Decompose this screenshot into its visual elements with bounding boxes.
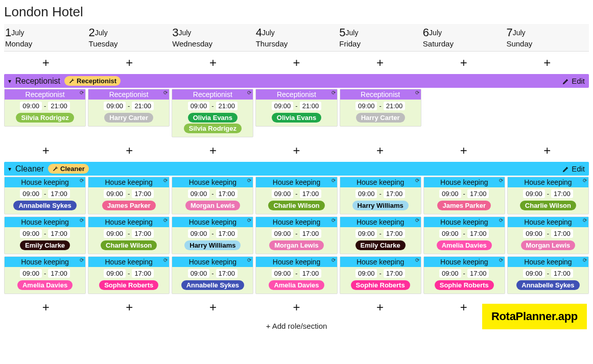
- shift-card[interactable]: House keeping⟳ 09:00-17:00 Charlie Wilso…: [255, 177, 337, 214]
- pencil-icon: [562, 77, 570, 85]
- add-shift-button[interactable]: +: [255, 296, 339, 318]
- edit-button[interactable]: Edit: [562, 164, 585, 173]
- person-pill[interactable]: James Parker: [102, 201, 156, 210]
- shift-card[interactable]: Receptionist⟳ 09:00-21:00 Olivia Evans: [255, 89, 337, 127]
- sync-icon: ⟳: [583, 217, 587, 223]
- person-pill[interactable]: Sophie Roberts: [435, 280, 494, 290]
- page-title: London Hotel: [4, 4, 589, 20]
- person-pill[interactable]: Silvia Rodrigez: [184, 124, 242, 133]
- person-pill[interactable]: Sophie Roberts: [99, 280, 158, 290]
- shift-times: 09:00-17:00: [88, 267, 169, 280]
- add-shift-button[interactable]: +: [338, 139, 422, 161]
- shift-card[interactable]: House keeping⟳ 09:00-17:00 James Parker: [88, 177, 170, 214]
- shift-label: House keeping⟳: [340, 177, 421, 187]
- shift-card[interactable]: House keeping⟳ 09:00-17:00 Charlie Wilso…: [88, 216, 170, 254]
- person-pill[interactable]: Sophie Roberts: [351, 280, 410, 290]
- shift-label: Receptionist⟳: [88, 89, 169, 100]
- shift-card[interactable]: Receptionist⟳ 09:00-21:00 Harry Carter: [88, 89, 170, 127]
- add-shift-button[interactable]: +: [338, 52, 422, 73]
- add-shift-button[interactable]: +: [171, 139, 255, 161]
- add-shift-button[interactable]: +: [255, 139, 339, 161]
- add-shift-button[interactable]: +: [171, 296, 255, 318]
- sync-icon: ⟳: [80, 90, 84, 95]
- add-shift-button[interactable]: +: [505, 52, 589, 73]
- shift-card[interactable]: House keeping⟳ 09:00-17:00 Amelia Davies: [255, 256, 337, 294]
- shift-card[interactable]: House keeping⟳ 09:00-17:00 Morgan Lewis: [172, 177, 253, 214]
- section-clean-grid: House keeping⟳ 09:00-17:00 Annabelle Syk…: [4, 177, 589, 296]
- add-shift-button[interactable]: +: [88, 52, 172, 73]
- shift-card[interactable]: House keeping⟳ 09:00-17:00 Harry William…: [172, 216, 253, 254]
- person-pill[interactable]: Morgan Lewis: [185, 201, 240, 210]
- person-pill[interactable]: Olivia Evans: [188, 113, 238, 123]
- shift-card[interactable]: Receptionist⟳ 09:00-21:00 Harry Carter: [340, 89, 421, 127]
- shift-people: Silvia Rodrigez: [5, 112, 85, 126]
- add-shift-button[interactable]: +: [171, 52, 255, 73]
- shift-card[interactable]: House keeping⟳ 09:00-17:00 Sophie Robert…: [340, 256, 421, 294]
- shift-label: House keeping⟳: [88, 177, 169, 187]
- person-pill[interactable]: Harry Carter: [356, 113, 405, 123]
- add-shift-button[interactable]: +: [4, 139, 88, 161]
- sync-icon: ⟳: [163, 178, 168, 183]
- person-pill[interactable]: Morgan Lewis: [269, 240, 324, 250]
- role-tag: Receptionist: [64, 76, 121, 86]
- person-pill[interactable]: Olivia Evans: [272, 113, 321, 123]
- shift-times: 09:00-17:00: [256, 227, 337, 240]
- add-shift-button[interactable]: +: [422, 139, 506, 161]
- person-pill[interactable]: Annabelle Sykes: [181, 280, 244, 290]
- person-pill[interactable]: Amelia Davies: [269, 280, 324, 290]
- edit-button[interactable]: Edit: [562, 77, 585, 85]
- person-pill[interactable]: Silvia Rodrigez: [16, 113, 74, 123]
- person-pill[interactable]: Harry Williams: [184, 240, 241, 250]
- shift-card[interactable]: House keeping⟳ 09:00-17:00 Morgan Lewis: [255, 216, 337, 254]
- shift-card[interactable]: House keeping⟳ 09:00-17:00 Annabelle Syk…: [172, 256, 253, 294]
- add-shift-button[interactable]: +: [88, 139, 172, 161]
- person-pill[interactable]: Charlie Wilson: [268, 201, 324, 210]
- shift-card[interactable]: House keeping⟳ 09:00-17:00 Amelia Davies: [423, 216, 505, 254]
- shift-people: James Parker: [424, 200, 505, 214]
- add-role-label: Add role/section: [272, 322, 327, 330]
- shift-card[interactable]: House keeping⟳ 09:00-17:00 Annabelle Syk…: [507, 256, 589, 294]
- person-pill[interactable]: Morgan Lewis: [521, 240, 576, 250]
- person-pill[interactable]: James Parker: [437, 201, 491, 210]
- sync-icon: ⟳: [247, 257, 251, 263]
- add-shift-button[interactable]: +: [255, 52, 339, 73]
- person-pill[interactable]: Harry Carter: [104, 113, 153, 123]
- person-pill[interactable]: Harry Williams: [352, 201, 409, 210]
- shift-card[interactable]: Receptionist⟳ 09:00-21:00 Olivia Evans S…: [172, 89, 253, 137]
- shift-people: Annabelle Sykes: [508, 280, 588, 294]
- shift-card[interactable]: House keeping⟳ 09:00-17:00 Emily Clarke: [4, 216, 86, 254]
- shift-card[interactable]: House keeping⟳ 09:00-17:00 Sophie Robert…: [88, 256, 170, 294]
- person-pill[interactable]: Annabelle Sykes: [13, 201, 76, 210]
- person-pill[interactable]: Emily Clarke: [20, 240, 70, 250]
- shift-people: Amelia Davies: [424, 240, 505, 254]
- person-pill[interactable]: Amelia Davies: [17, 280, 73, 290]
- person-pill[interactable]: Charlie Wilson: [101, 240, 157, 250]
- shift-card[interactable]: House keeping⟳ 09:00-17:00 Charlie Wilso…: [507, 177, 589, 214]
- add-shift-button[interactable]: +: [4, 296, 88, 318]
- section-recep-header[interactable]: ▾ Receptionist Receptionist Edit: [4, 74, 589, 88]
- shift-times: 09:00-17:00: [88, 187, 169, 200]
- shift-times: 09:00-21:00: [340, 100, 421, 112]
- shift-card[interactable]: House keeping⟳ 09:00-17:00 Annabelle Syk…: [4, 177, 86, 214]
- add-shift-button[interactable]: +: [422, 52, 506, 73]
- shift-card[interactable]: House keeping⟳ 09:00-17:00 Morgan Lewis: [507, 216, 589, 254]
- add-shift-button[interactable]: +: [88, 296, 172, 318]
- add-shift-button[interactable]: +: [4, 52, 88, 73]
- shift-card[interactable]: Receptionist⟳ 09:00-21:00 Silvia Rodrige…: [4, 89, 86, 127]
- shift-times: 09:00-17:00: [508, 187, 588, 200]
- shift-card[interactable]: House keeping⟳ 09:00-17:00 Emily Clarke: [340, 216, 421, 254]
- person-pill[interactable]: Emily Clarke: [355, 240, 406, 250]
- shift-card[interactable]: House keeping⟳ 09:00-17:00 Sophie Robert…: [423, 256, 505, 294]
- person-pill[interactable]: Amelia Davies: [437, 240, 492, 250]
- person-pill[interactable]: Annabelle Sykes: [516, 280, 579, 290]
- shift-people: Olivia Evans Silvia Rodrigez: [172, 112, 253, 137]
- shift-label: House keeping⟳: [172, 177, 253, 187]
- add-shift-button[interactable]: +: [338, 296, 422, 318]
- section-clean-header[interactable]: ▾ Cleaner Cleaner Edit: [4, 162, 589, 176]
- shift-card[interactable]: House keeping⟳ 09:00-17:00 Amelia Davies: [4, 256, 86, 294]
- add-shift-button[interactable]: +: [505, 139, 589, 161]
- shift-people: Emily Clarke: [5, 240, 85, 254]
- shift-card[interactable]: House keeping⟳ 09:00-17:00 James Parker: [423, 177, 505, 214]
- shift-card[interactable]: House keeping⟳ 09:00-17:00 Harry William…: [340, 177, 421, 214]
- person-pill[interactable]: Charlie Wilson: [520, 201, 576, 210]
